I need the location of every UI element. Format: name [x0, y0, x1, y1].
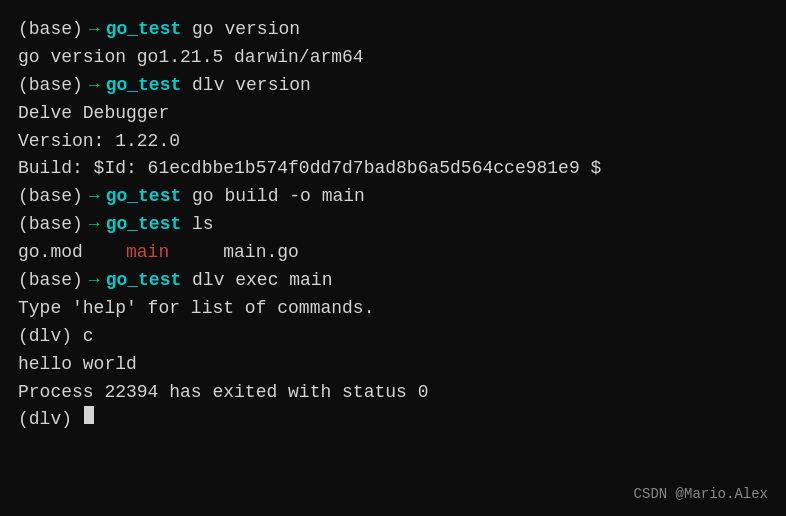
prompt-base: (base): [18, 183, 83, 211]
terminal-line: go version go1.21.5 darwin/arm64: [18, 44, 768, 72]
output-text: Delve Debugger: [18, 100, 169, 128]
prompt-arrow: →: [89, 72, 100, 100]
cursor: [84, 406, 94, 424]
prompt-cmd: ls: [181, 211, 213, 239]
prompt-dir: go_test: [106, 183, 182, 211]
output-text: Build: $Id: 61ecdbbe1b574f0dd7d7bad8b6a5…: [18, 155, 601, 183]
prompt-arrow: →: [89, 183, 100, 211]
prompt-base: (base): [18, 16, 83, 44]
watermark: CSDN @Mario.Alex: [634, 486, 768, 502]
output-text: Version: 1.22.0: [18, 128, 180, 156]
prompt-dir: go_test: [106, 16, 182, 44]
prompt-base: (base): [18, 211, 83, 239]
prompt-dir: go_test: [106, 72, 182, 100]
terminal-line: (dlv) c: [18, 323, 768, 351]
prompt-arrow: →: [89, 267, 100, 295]
terminal-line: (base) → go_test go build -o main: [18, 183, 768, 211]
prompt-arrow: →: [89, 16, 100, 44]
terminal: (base) → go_test go version go version g…: [0, 0, 786, 516]
terminal-line: (base) → go_test go version: [18, 16, 768, 44]
output-text: Type 'help' for list of commands.: [18, 295, 374, 323]
terminal-line: Process 22394 has exited with status 0: [18, 379, 768, 407]
terminal-line: (base) → go_test ls: [18, 211, 768, 239]
terminal-line: hello world: [18, 351, 768, 379]
terminal-line: Type 'help' for list of commands.: [18, 295, 768, 323]
prompt-dir: go_test: [106, 211, 182, 239]
dlv-prompt: (dlv): [18, 406, 83, 434]
terminal-line: Version: 1.22.0: [18, 128, 768, 156]
ls-item: go.mod: [18, 239, 83, 267]
dlv-prompt: (dlv) c: [18, 323, 94, 351]
output-text: hello world: [18, 351, 137, 379]
prompt-cmd: dlv exec main: [181, 267, 332, 295]
terminal-line: Build: $Id: 61ecdbbe1b574f0dd7d7bad8b6a5…: [18, 155, 768, 183]
prompt-base: (base): [18, 72, 83, 100]
terminal-line: (dlv): [18, 406, 768, 434]
prompt-cmd: go build -o main: [181, 183, 365, 211]
prompt-arrow: →: [89, 211, 100, 239]
terminal-line: go.mod main main.go: [18, 239, 768, 267]
terminal-line: (base) → go_test dlv exec main: [18, 267, 768, 295]
terminal-line: (base) → go_test dlv version: [18, 72, 768, 100]
prompt-dir: go_test: [106, 267, 182, 295]
prompt-base: (base): [18, 267, 83, 295]
prompt-cmd: go version: [181, 16, 300, 44]
prompt-cmd: dlv version: [181, 72, 311, 100]
ls-item-executable: main: [83, 239, 169, 267]
output-text: go version go1.21.5 darwin/arm64: [18, 44, 364, 72]
ls-item: main.go: [169, 239, 299, 267]
output-text: Process 22394 has exited with status 0: [18, 379, 428, 407]
terminal-line: Delve Debugger: [18, 100, 768, 128]
